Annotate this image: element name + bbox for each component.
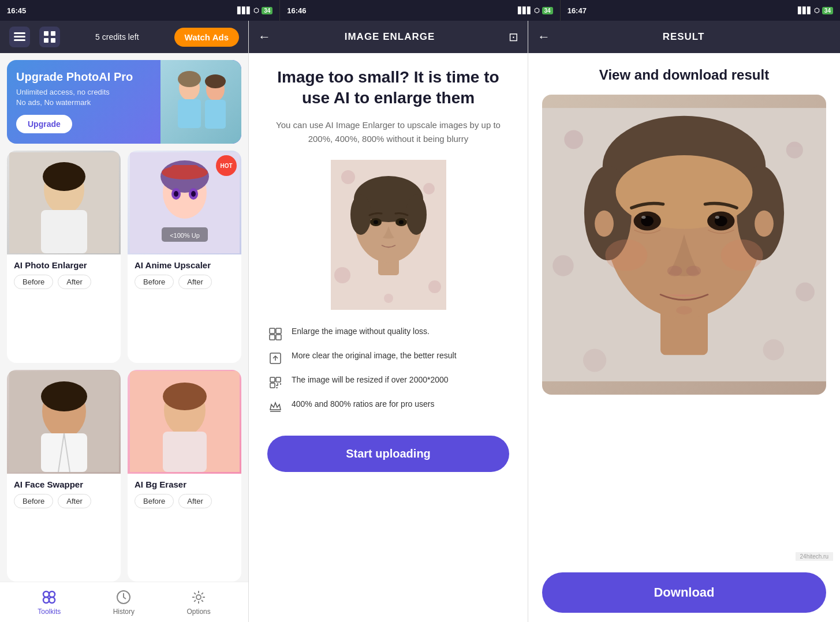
watermark-bar: 24hitech.ru — [528, 550, 840, 563]
after-btn-3[interactable]: After — [58, 494, 91, 508]
enlarge-hero-title: Image too small? It is time to use AI to… — [267, 67, 509, 109]
svg-rect-60 — [276, 328, 281, 334]
svg-point-93 — [686, 265, 701, 276]
upgrade-banner: Upgrade PhotoAI Pro Unlimited access, no… — [7, 60, 241, 144]
battery-1: 34 — [262, 7, 272, 14]
back-button-result[interactable]: ← — [537, 29, 550, 44]
start-uploading-button[interactable]: Start uploading — [267, 436, 509, 472]
svg-point-38 — [43, 591, 49, 597]
result-header: ← RESULT — [528, 21, 840, 53]
tools-grid: AI Photo Enlarger Before After HOT — [0, 151, 248, 582]
before-btn-4[interactable]: Before — [135, 494, 174, 508]
svg-point-46 — [423, 183, 435, 194]
signal-icon-3: ▋▋▋ — [798, 7, 812, 14]
signal-icon-1: ▋▋▋ — [237, 7, 251, 14]
result-face-svg — [542, 95, 826, 395]
svg-point-76 — [796, 283, 815, 302]
before-btn-3[interactable]: Before — [14, 494, 53, 508]
upgrade-button[interactable]: Upgrade — [16, 115, 72, 133]
tool-card-anime-upscaler[interactable]: HOT — [128, 151, 241, 363]
svg-rect-31 — [41, 433, 87, 472]
nav-item-toolkits[interactable]: Toolkits — [38, 589, 61, 616]
download-button[interactable]: Download — [542, 572, 826, 613]
tool-card-face-swapper[interactable]: AI Face Swapper Before After — [7, 370, 121, 582]
crop-icon[interactable]: ⊡ — [509, 30, 518, 44]
svg-point-8 — [178, 71, 201, 87]
svg-point-95 — [595, 211, 614, 237]
status-icons-2: ▋▋▋ ⬡ 34 — [518, 7, 553, 14]
image-enlarge-content: Image too small? It is time to use AI to… — [249, 53, 528, 622]
svg-rect-9 — [178, 99, 201, 128]
before-btn-2[interactable]: Before — [135, 275, 174, 289]
image-enlarge-header: ← IMAGE ENLARGE ⊡ — [249, 21, 528, 53]
svg-point-22 — [174, 191, 178, 197]
after-btn-2[interactable]: After — [178, 275, 211, 289]
options-icon — [191, 589, 207, 605]
before-after-face-swap: Before After — [14, 494, 114, 508]
after-btn-4[interactable]: After — [178, 494, 211, 508]
tool-name-face-swapper: AI Face Swapper — [14, 479, 114, 489]
tool-card-bg-eraser[interactable]: AI Bg Eraser Before After — [128, 370, 241, 582]
svg-rect-4 — [51, 31, 55, 36]
svg-point-49 — [384, 294, 393, 303]
tool-info-photo-enlarger: AI Photo Enlarger Before After — [7, 254, 121, 295]
svg-point-41 — [49, 597, 55, 603]
status-icons-1: ▋▋▋ ⬡ 34 — [237, 7, 272, 14]
status-bars-container: 16:45 ▋▋▋ ⬡ 34 16:46 ▋▋▋ ⬡ 34 16:47 ▋▋▋ … — [0, 0, 840, 21]
tool-name-bg-eraser: AI Bg Eraser — [135, 479, 234, 489]
tool-image-bg-eraser — [128, 370, 241, 474]
before-btn-1[interactable]: Before — [14, 275, 53, 289]
feature-text-1: Enlarge the image without quality loss. — [292, 326, 430, 338]
enlarge-hero-desc: You can use AI Image Enlarger to upscale… — [267, 118, 509, 146]
pro-crown-icon — [267, 399, 283, 415]
svg-rect-3 — [44, 31, 48, 36]
watch-ads-button[interactable]: Watch Ads — [174, 28, 239, 47]
nav-item-history[interactable]: History — [113, 589, 135, 616]
menu-icon[interactable] — [9, 27, 30, 47]
enlarge-quality-icon — [267, 326, 283, 342]
svg-rect-6 — [51, 38, 55, 43]
upload-quality-icon — [267, 350, 283, 366]
nav-label-history: History — [113, 608, 135, 616]
battery-2: 34 — [542, 7, 553, 14]
toolkits-panel: 5 credits left Watch Ads Upgrade PhotoAI… — [0, 21, 248, 622]
tool-name-anime-upscaler: AI Anime Upscaler — [135, 260, 234, 270]
feature-text-4: 400% and 800% ratios are for pro users — [292, 399, 434, 410]
svg-point-79 — [763, 339, 784, 360]
main-content: 5 credits left Watch Ads Upgrade PhotoAI… — [0, 21, 840, 622]
tool-card-photo-enlarger[interactable]: AI Photo Enlarger Before After — [7, 151, 121, 363]
svg-point-53 — [350, 194, 371, 235]
svg-point-75 — [552, 255, 573, 276]
svg-point-74 — [786, 141, 803, 158]
status-bar-3: 16:47 ▋▋▋ ⬡ 34 — [560, 0, 840, 21]
svg-rect-67 — [270, 383, 275, 388]
before-after-anime: Before After — [135, 275, 234, 289]
tool-image-face-swapper — [7, 370, 121, 474]
back-button-enlarge[interactable]: ← — [258, 29, 271, 44]
svg-rect-59 — [270, 328, 275, 334]
tool-name-photo-enlarger: AI Photo Enlarger — [14, 260, 114, 270]
svg-point-43 — [196, 595, 201, 599]
svg-rect-12 — [205, 100, 226, 129]
status-bar-1: 16:45 ▋▋▋ ⬡ 34 — [0, 0, 279, 21]
hot-badge-anime: HOT — [216, 155, 237, 176]
tool-info-bg-eraser: AI Bg Eraser Before After — [128, 474, 241, 514]
svg-point-98 — [721, 239, 763, 271]
svg-point-45 — [341, 170, 355, 184]
enlarge-hero-section: Image too small? It is time to use AI to… — [267, 67, 509, 146]
feature-item-1: Enlarge the image without quality loss. — [267, 326, 509, 342]
after-btn-1[interactable]: After — [58, 275, 91, 289]
result-heading: View and download result — [542, 67, 826, 83]
result-content: View and download result — [528, 53, 840, 550]
result-title: RESULT — [663, 31, 705, 43]
svg-rect-66 — [276, 377, 281, 382]
svg-point-23 — [191, 191, 196, 197]
wifi-icon-2: ⬡ — [534, 7, 540, 14]
nav-item-options[interactable]: Options — [186, 589, 210, 616]
grid-icon[interactable] — [39, 27, 60, 47]
preview-face-image — [331, 160, 446, 310]
svg-rect-16 — [41, 210, 87, 253]
svg-point-58 — [399, 220, 404, 224]
toolkits-icon — [41, 589, 57, 605]
svg-point-78 — [583, 349, 606, 372]
